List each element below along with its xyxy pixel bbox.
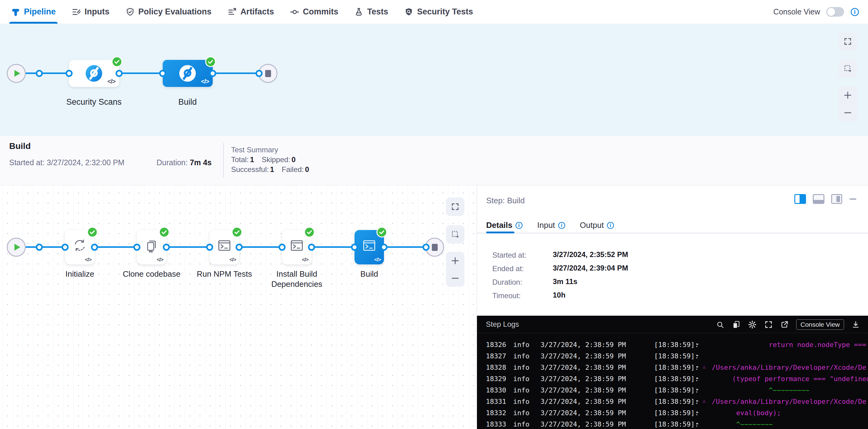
step-logs-console: Step Logs Console View 18326info3/27/202… bbox=[477, 316, 868, 429]
tab-input[interactable]: Input bbox=[537, 220, 566, 230]
log-time: [18:38:59]: bbox=[654, 364, 699, 371]
success-check-badge bbox=[231, 226, 243, 238]
nav-tab-tests[interactable]: Tests bbox=[354, 0, 388, 24]
step-canvas-zoom-controls bbox=[446, 252, 464, 287]
connector-dot bbox=[381, 244, 388, 251]
tab-details[interactable]: Details bbox=[486, 220, 523, 230]
success-check-badge bbox=[304, 226, 315, 238]
console-view-button[interactable]: Console View bbox=[796, 319, 844, 330]
log-content: eval(body); bbox=[712, 409, 868, 417]
success-check-badge bbox=[376, 226, 388, 238]
log-line-number: 18326 bbox=[486, 341, 506, 348]
step-graph-canvas: </> Initialize </> Clone codebase bbox=[0, 185, 477, 429]
layout-bottom-split-icon[interactable] bbox=[813, 194, 825, 204]
connector-dot bbox=[279, 244, 286, 251]
search-icon[interactable] bbox=[716, 320, 724, 329]
minimize-panel-icon[interactable] bbox=[849, 194, 857, 204]
total-value: 1 bbox=[250, 155, 254, 164]
log-date: 3/27/2024, 2:38:59 PM bbox=[540, 364, 626, 371]
stage-summary-bar: Build Started at: 3/27/2024, 2:32:00 PM … bbox=[0, 135, 868, 185]
info-icon[interactable] bbox=[558, 221, 566, 229]
info-icon[interactable] bbox=[850, 7, 859, 17]
connector-dot bbox=[256, 70, 263, 77]
artifacts-icon bbox=[227, 7, 237, 17]
nav-tab-commits[interactable]: Commits bbox=[290, 0, 339, 24]
log-date: 3/27/2024, 2:38:59 PM bbox=[540, 398, 626, 405]
log-time: [18:38:59]: bbox=[654, 409, 699, 417]
success-check-badge bbox=[159, 226, 170, 238]
log-time: [18:38:59]: bbox=[654, 352, 699, 360]
nav-tab-pipeline[interactable]: Pipeline bbox=[11, 0, 56, 24]
expand-arrow-icon[interactable]: ▸ bbox=[696, 386, 699, 392]
info-icon[interactable] bbox=[607, 221, 615, 229]
selection-box-icon bbox=[843, 64, 852, 73]
expand-arrow-icon[interactable]: ▸ bbox=[696, 341, 699, 347]
step-label: Build bbox=[332, 269, 406, 279]
success-check-badge bbox=[87, 226, 98, 238]
zoom-in-icon[interactable] bbox=[451, 256, 460, 265]
step-details-panel: Step: Build Details Input Output bbox=[477, 185, 868, 429]
expand-arrow-icon[interactable]: ▸ bbox=[696, 364, 699, 369]
zoom-out-icon[interactable] bbox=[451, 274, 460, 283]
connector-dot bbox=[133, 244, 141, 251]
layout-right-split-icon[interactable] bbox=[794, 194, 806, 204]
connector-dot bbox=[423, 244, 430, 251]
zoom-out-icon[interactable] bbox=[843, 108, 852, 117]
expand-arrow-icon[interactable]: ▸ bbox=[696, 420, 699, 426]
log-content: return node.nodeType === bbox=[712, 341, 868, 348]
step-canvas-fullscreen-button[interactable] bbox=[446, 197, 464, 216]
test-summary-row-1: Total:1 Skipped:0 bbox=[231, 155, 296, 164]
stage-canvas-fullscreen-button[interactable] bbox=[839, 32, 857, 51]
connector-dot bbox=[209, 70, 216, 77]
clone-codebase-icon bbox=[144, 238, 159, 253]
step-panel-tabs: Details Input Output bbox=[486, 220, 615, 230]
nav-tab-security-tests[interactable]: Security Tests bbox=[404, 0, 473, 24]
settings-gear-icon[interactable] bbox=[748, 320, 757, 329]
expand-arrow-icon[interactable]: ▸ bbox=[696, 409, 699, 415]
nav-tab-artifacts[interactable]: Artifacts bbox=[227, 0, 274, 24]
stage-canvas-select-button[interactable] bbox=[839, 59, 857, 78]
step-logs-title: Step Logs bbox=[486, 320, 519, 329]
nav-tab-policy-evaluations[interactable]: Policy Evaluations bbox=[126, 0, 212, 24]
pipeline-execution-page: Pipeline Inputs Policy Evaluations Artif… bbox=[0, 0, 868, 429]
log-line: 18330info3/27/2024, 2:38:59 PM[18:38:59]… bbox=[477, 385, 868, 396]
stage-edge bbox=[16, 72, 262, 74]
stop-icon bbox=[432, 244, 438, 251]
connector-dot bbox=[36, 244, 43, 251]
expand-arrow-icon[interactable]: ▸ bbox=[696, 398, 699, 403]
inputs-icon bbox=[72, 7, 81, 17]
fullscreen-icon[interactable] bbox=[764, 320, 773, 329]
log-content: ^~~~~~~~~ bbox=[712, 420, 868, 428]
nav-tab-label: Inputs bbox=[85, 7, 110, 17]
success-check-badge bbox=[205, 56, 216, 67]
nav-tab-label: Security Tests bbox=[417, 7, 473, 17]
pipeline-start-node[interactable] bbox=[7, 64, 26, 83]
failed-value: 0 bbox=[305, 165, 309, 174]
step-logs-header: Step Logs Console View bbox=[477, 316, 868, 333]
open-external-icon[interactable] bbox=[780, 320, 789, 329]
tab-output[interactable]: Output bbox=[580, 220, 615, 230]
yaml-code-glyph: </> bbox=[157, 257, 163, 263]
log-time: [18:38:59]: bbox=[654, 398, 699, 405]
zoom-in-icon[interactable] bbox=[843, 91, 852, 100]
policy-evaluations-icon bbox=[126, 7, 135, 17]
copy-icon[interactable] bbox=[732, 320, 740, 329]
log-line: 18332info3/27/2024, 2:38:59 PM[18:38:59]… bbox=[477, 408, 868, 419]
tab-label: Input bbox=[537, 220, 555, 230]
layout-floating-panel-icon[interactable] bbox=[831, 194, 842, 204]
step-canvas-select-button[interactable] bbox=[446, 225, 464, 244]
nav-tab-inputs[interactable]: Inputs bbox=[72, 0, 110, 24]
log-line-number: 18331 bbox=[486, 398, 506, 405]
log-line-number: 18333 bbox=[486, 420, 506, 428]
expand-arrow-icon[interactable]: ▸ bbox=[696, 375, 699, 381]
yaml-code-glyph: </> bbox=[85, 257, 91, 263]
pipeline-icon bbox=[11, 7, 20, 17]
terminal-icon bbox=[362, 238, 377, 253]
build-stage-icon bbox=[179, 64, 196, 82]
expand-arrow-icon[interactable]: ▸ bbox=[696, 352, 699, 358]
download-icon[interactable] bbox=[851, 320, 860, 329]
console-view-toggle[interactable] bbox=[826, 7, 844, 17]
step-start-node[interactable] bbox=[7, 238, 26, 257]
info-icon[interactable] bbox=[515, 221, 523, 229]
successful-value: 1 bbox=[270, 165, 274, 174]
